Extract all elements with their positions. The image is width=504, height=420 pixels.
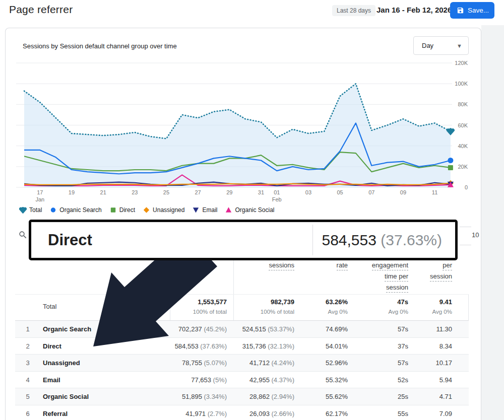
table-row-organic-social[interactable]: 5Organic Social51,895 (3.34%)28,862 (2.9… (15, 388, 469, 405)
legend-item-total: Total (19, 206, 42, 214)
svg-text:29: 29 (226, 189, 232, 195)
svg-text:19: 19 (69, 189, 75, 195)
save-button[interactable]: Save... (450, 2, 494, 19)
chart-title: Sessions by Session default channel grou… (23, 42, 177, 50)
callout-dimension: Direct (48, 231, 92, 249)
svg-text:60K: 60K (458, 122, 468, 128)
row-number: 6 (24, 410, 31, 417)
svg-text:100K: 100K (455, 81, 468, 87)
row-channel: Organic Search (43, 325, 91, 333)
page-title: Page referrer (9, 4, 73, 16)
total-cell: 9.41Avg 0% (371, 298, 452, 315)
svg-text:03: 03 (305, 189, 311, 195)
svg-text:40K: 40K (458, 143, 468, 149)
cell-events-per-session: 10.17 (366, 359, 452, 367)
row-channel: Email (43, 376, 60, 384)
chevron-down-icon: ▼ (457, 43, 462, 49)
cell-events-per-session: 5.94 (366, 376, 452, 384)
legend-diamond-icon (143, 206, 150, 214)
table-total-row: Total 1,553,577100% of total982,739100% … (15, 294, 469, 320)
row-number: 1 (24, 325, 31, 333)
legend-triangle-down-icon (192, 206, 200, 214)
svg-text:07: 07 (368, 189, 374, 195)
column-header[interactable]: persession (382, 261, 452, 283)
legend-circle-icon (49, 206, 57, 214)
callout-value: 584,553 (37.63%) (322, 232, 442, 249)
column-header[interactable]: rate (277, 261, 348, 272)
legend-item-direct: Direct (109, 206, 135, 214)
legend-item-organic-social: Organic Social (225, 206, 274, 214)
row-channel: Referral (43, 410, 68, 417)
legend-label: Total (29, 206, 42, 214)
svg-text:20K: 20K (458, 164, 468, 170)
table-row-direct[interactable]: 2Direct584,553 (37.63%)315,736 (32.13%)5… (15, 337, 469, 355)
svg-text:21: 21 (100, 189, 106, 195)
legend-label: Direct (119, 206, 135, 214)
table-row-email[interactable]: 4Email77,653 (5%)42,955 (4.37%)55.32%52s… (15, 371, 469, 388)
table-row-organic-search[interactable]: 1Organic Search702,237 (45.2%)524,515 (5… (15, 320, 469, 337)
svg-text:Jan: Jan (35, 196, 44, 202)
chart-legend: TotalOrganic SearchDirectUnassignedEmail… (19, 206, 275, 214)
row-channel: Direct (43, 342, 61, 350)
table-row-unassigned[interactable]: 3Unassigned78,755 (5.07%)41,712 (4.24%)5… (15, 354, 469, 371)
row-channel: Unassigned (43, 359, 80, 367)
svg-text:0: 0 (465, 184, 468, 190)
svg-text:80K: 80K (458, 101, 468, 107)
row-number: 5 (24, 393, 31, 400)
legend-item-email: Email (192, 206, 217, 214)
svg-text:05: 05 (337, 189, 343, 195)
svg-text:01: 01 (274, 189, 280, 195)
annotation-callout-box: Direct 584,553 (37.63%) (29, 220, 458, 260)
row-channel: Organic Social (43, 393, 89, 400)
svg-text:17: 17 (37, 189, 43, 195)
cell-events-per-session: 11.30 (366, 325, 452, 333)
granularity-select[interactable]: Day ▼ (413, 36, 469, 55)
legend-item-organic-search: Organic Search (49, 206, 101, 214)
svg-text:23: 23 (132, 189, 138, 195)
callout-divider (312, 225, 313, 255)
rows-per-page-select[interactable]: 10 (472, 231, 479, 239)
sessions-line-chart: 020K40K60K80K100K120K17Jan19212325272931… (0, 50, 504, 217)
cell-events-per-session: 8.34 (366, 342, 452, 350)
legend-item-unassigned: Unassigned (143, 206, 184, 214)
legend-label: Email (202, 206, 217, 214)
save-button-label: Save... (468, 7, 489, 14)
legend-triangle-up-icon (225, 206, 232, 214)
top-bar: Page referrer Last 28 days Jan 16 - Feb … (0, 0, 504, 25)
table-row-referral[interactable]: 6Referral41,971 (2.7%)26,093 (2.66%)62.1… (15, 405, 469, 420)
legend-shell-icon (19, 206, 27, 214)
legend-label: Unassigned (153, 206, 184, 214)
svg-text:09: 09 (400, 189, 406, 195)
svg-text:31: 31 (258, 189, 264, 195)
svg-text:11: 11 (432, 189, 437, 195)
row-number: 3 (24, 359, 31, 367)
legend-label: Organic Search (59, 206, 101, 214)
cell-events-per-session: 7.09 (366, 410, 452, 417)
row-number: 4 (24, 376, 31, 384)
svg-text:120K: 120K (455, 60, 468, 66)
date-range-label[interactable]: Jan 16 - Feb 12, 2026 (376, 6, 452, 14)
legend-label: Organic Social (235, 206, 274, 214)
granularity-value: Day (422, 42, 433, 49)
row-number: 2 (24, 342, 31, 350)
date-range-preset-chip[interactable]: Last 28 days (332, 5, 375, 16)
svg-text:27: 27 (195, 189, 201, 195)
total-row-label: Total (43, 303, 56, 310)
svg-text:Feb: Feb (272, 196, 282, 202)
save-icon (457, 7, 464, 14)
page: Page referrer Last 28 days Jan 16 - Feb … (0, 0, 504, 420)
legend-square-icon (109, 206, 117, 214)
cell-events-per-session: 4.71 (366, 393, 452, 400)
svg-text:25: 25 (163, 189, 169, 195)
